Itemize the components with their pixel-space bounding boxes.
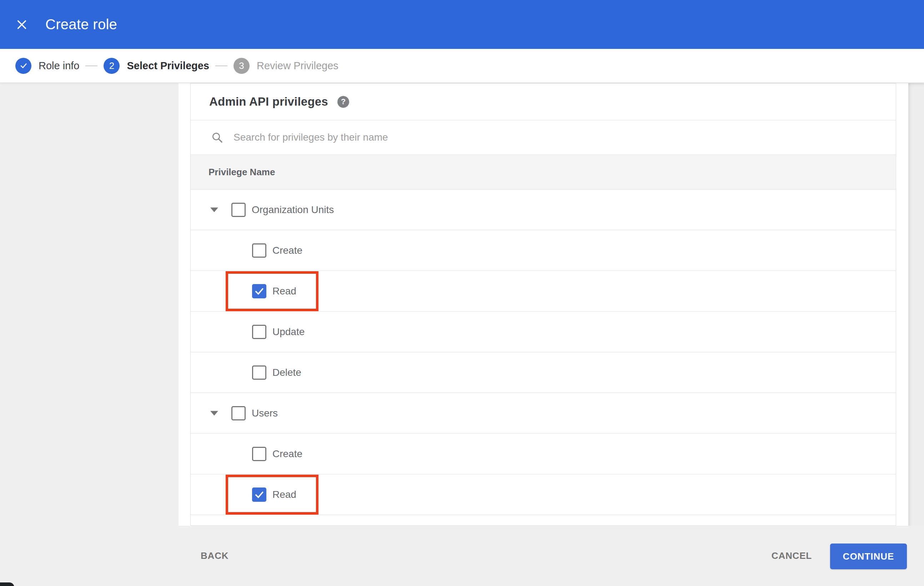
privilege-label: Create [272, 245, 302, 256]
step-role-info[interactable]: Role info [15, 58, 79, 74]
step-label: Select Privileges [127, 60, 209, 72]
step-number: 3 [234, 58, 249, 74]
privileges-table: Organization UnitsCreateReadUpdateDelete… [191, 189, 896, 515]
content-panel: Admin API privileges ? Privilege Name Or… [178, 83, 908, 526]
back-button[interactable]: BACK [201, 526, 228, 586]
privilege-label: Update [272, 326, 305, 337]
search-input[interactable] [234, 132, 733, 143]
privilege-label: Organization Units [252, 204, 334, 216]
search-icon [211, 131, 223, 144]
privilege-label: Read [272, 489, 296, 500]
annotation-box [226, 271, 318, 311]
checkbox-create[interactable] [252, 244, 266, 258]
step-connector [85, 65, 97, 66]
step-label: Review Privileges [257, 60, 338, 72]
section-header: Admin API privileges ? [191, 84, 896, 120]
dialog-title: Create role [45, 16, 117, 33]
checkbox-delete[interactable] [252, 365, 266, 380]
privilege-label: Read [272, 285, 296, 297]
cancel-button[interactable]: CANCEL [772, 526, 812, 586]
expand-arrow-icon[interactable] [210, 207, 218, 212]
privilege-group-row: Users [191, 393, 896, 433]
table-row-partial [191, 515, 896, 525]
stepper: Role info2Select Privileges3Review Privi… [0, 49, 924, 83]
checkbox-read[interactable] [252, 487, 266, 502]
step-review-privileges[interactable]: 3Review Privileges [234, 58, 338, 74]
privilege-row: Update [191, 311, 896, 352]
step-number: 2 [104, 58, 120, 74]
step-label: Role info [38, 60, 79, 72]
section-title: Admin API privileges [209, 95, 328, 109]
close-icon[interactable] [15, 18, 28, 31]
help-icon[interactable]: ? [337, 96, 349, 108]
checkbox-read[interactable] [252, 284, 266, 298]
privilege-label: Create [272, 448, 302, 460]
scrollbar-gutter[interactable] [908, 83, 924, 526]
privilege-row: Create [191, 433, 896, 474]
search-bar [191, 120, 896, 155]
privilege-row: Read [191, 270, 896, 311]
checkbox-update[interactable] [252, 325, 266, 339]
privileges-panel: Admin API privileges ? Privilege Name Or… [190, 83, 896, 526]
column-privilege-name: Privilege Name [208, 167, 275, 178]
annotation-box [226, 475, 318, 515]
checkbox-create[interactable] [252, 447, 266, 461]
checkbox-organization-units[interactable] [231, 203, 246, 217]
privilege-row: Create [191, 230, 896, 270]
continue-button[interactable]: CONTINUE [830, 543, 907, 569]
table-header-row: Privilege Name [191, 155, 896, 189]
privilege-group-row: Organization Units [191, 189, 896, 230]
snackbar-corner [0, 583, 14, 586]
expand-arrow-icon[interactable] [210, 411, 218, 415]
privilege-row: Delete [191, 352, 896, 393]
step-select-privileges[interactable]: 2Select Privileges [104, 58, 209, 74]
create-role-screen: Create role Role info2Select Privileges3… [0, 0, 924, 586]
privilege-row: Read [191, 474, 896, 515]
privilege-label: Delete [272, 367, 301, 378]
app-bar: Create role [0, 0, 924, 49]
privilege-label: Users [252, 408, 278, 419]
check-icon [15, 58, 31, 74]
step-connector [215, 65, 228, 66]
checkbox-users[interactable] [231, 406, 246, 420]
